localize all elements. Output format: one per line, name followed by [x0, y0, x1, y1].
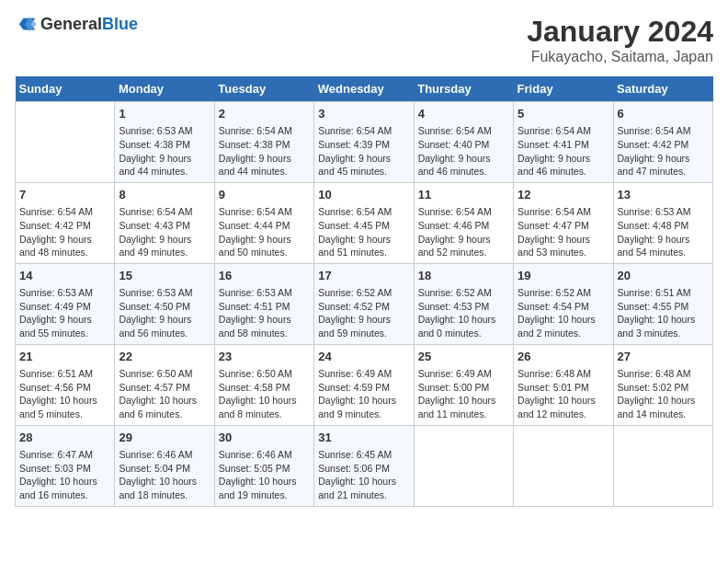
day-number: 28 [19, 430, 110, 446]
day-info: and 44 minutes. [219, 165, 310, 178]
header-cell-thursday: Thursday [414, 76, 513, 102]
header-cell-wednesday: Wednesday [314, 76, 414, 102]
calendar-header-row: SundayMondayTuesdayWednesdayThursdayFrid… [16, 76, 713, 102]
day-info: Sunset: 4:44 PM [219, 219, 310, 233]
day-info: Sunset: 4:50 PM [119, 300, 210, 314]
day-info: and 9 minutes. [318, 408, 409, 421]
day-info: Daylight: 9 hours [318, 152, 409, 166]
week-row-5: 28Sunrise: 6:47 AMSunset: 5:03 PMDayligh… [16, 425, 713, 506]
day-info: and 12 minutes. [518, 408, 609, 421]
day-info: Sunset: 4:53 PM [418, 300, 509, 314]
day-cell: 4Sunrise: 6:54 AMSunset: 4:40 PMDaylight… [414, 102, 513, 183]
day-cell: 11Sunrise: 6:54 AMSunset: 4:46 PMDayligh… [414, 182, 513, 263]
logo-blue: Blue [102, 15, 138, 33]
day-info: and 59 minutes. [318, 327, 409, 340]
day-info: and 0 minutes. [418, 327, 509, 340]
day-info: Sunset: 4:55 PM [618, 300, 709, 314]
day-cell: 20Sunrise: 6:51 AMSunset: 4:55 PMDayligh… [613, 263, 712, 344]
day-cell [414, 425, 513, 506]
day-info: Daylight: 9 hours [119, 313, 210, 327]
day-cell: 12Sunrise: 6:54 AMSunset: 4:47 PMDayligh… [514, 182, 613, 263]
day-info: Daylight: 9 hours [618, 152, 709, 166]
day-cell: 21Sunrise: 6:51 AMSunset: 4:56 PMDayligh… [16, 344, 115, 425]
day-info: Sunrise: 6:52 AM [518, 286, 609, 300]
day-info: Daylight: 10 hours [119, 394, 210, 408]
day-info: and 58 minutes. [219, 327, 310, 340]
day-info: Sunrise: 6:53 AM [219, 286, 310, 300]
day-info: Daylight: 10 hours [318, 475, 409, 488]
day-info: and 8 minutes. [219, 408, 310, 421]
day-cell: 31Sunrise: 6:45 AMSunset: 5:06 PMDayligh… [314, 425, 414, 506]
day-info: and 53 minutes. [518, 246, 609, 259]
day-number: 27 [618, 349, 709, 365]
day-info: Daylight: 10 hours [318, 394, 409, 408]
day-info: Sunset: 4:42 PM [19, 219, 110, 233]
day-info: Sunrise: 6:54 AM [418, 124, 509, 138]
day-cell: 9Sunrise: 6:54 AMSunset: 4:44 PMDaylight… [214, 182, 313, 263]
logo: GeneralBlue [15, 15, 138, 34]
day-info: Sunrise: 6:53 AM [119, 124, 210, 138]
day-info: and 3 minutes. [618, 327, 709, 340]
day-info: Daylight: 9 hours [19, 233, 110, 247]
day-info: Sunset: 4:39 PM [318, 138, 409, 152]
title-block: January 2024 Fukayacho, Saitama, Japan [527, 15, 713, 65]
day-cell [514, 425, 613, 506]
day-info: Sunset: 4:41 PM [518, 138, 609, 152]
day-info: Sunset: 4:57 PM [119, 381, 210, 395]
day-cell: 14Sunrise: 6:53 AMSunset: 4:49 PMDayligh… [16, 263, 115, 344]
day-cell: 5Sunrise: 6:54 AMSunset: 4:41 PMDaylight… [514, 102, 613, 183]
day-number: 5 [518, 106, 609, 122]
day-cell: 7Sunrise: 6:54 AMSunset: 4:42 PMDaylight… [16, 182, 115, 263]
calendar-body: 1Sunrise: 6:53 AMSunset: 4:38 PMDaylight… [16, 102, 713, 507]
day-info: Sunrise: 6:54 AM [219, 124, 310, 138]
day-info: and 18 minutes. [119, 488, 210, 502]
day-info: Sunrise: 6:54 AM [318, 205, 409, 219]
day-info: Sunset: 4:51 PM [219, 300, 310, 314]
day-info: Daylight: 10 hours [518, 313, 609, 327]
day-cell: 26Sunrise: 6:48 AMSunset: 5:01 PMDayligh… [514, 344, 613, 425]
day-cell [613, 425, 712, 506]
day-cell: 18Sunrise: 6:52 AMSunset: 4:53 PMDayligh… [414, 263, 513, 344]
day-info: Daylight: 9 hours [318, 233, 409, 247]
day-info: and 21 minutes. [318, 488, 409, 502]
day-cell: 3Sunrise: 6:54 AMSunset: 4:39 PMDaylight… [314, 102, 414, 183]
day-info: Sunrise: 6:46 AM [119, 448, 210, 462]
day-number: 11 [418, 187, 509, 203]
day-info: Sunset: 5:03 PM [19, 462, 110, 476]
day-number: 10 [318, 187, 409, 203]
day-info: and 48 minutes. [19, 246, 110, 259]
day-info: Sunset: 4:59 PM [318, 381, 409, 395]
day-cell: 17Sunrise: 6:52 AMSunset: 4:52 PMDayligh… [314, 263, 414, 344]
day-info: Daylight: 9 hours [618, 233, 709, 247]
day-info: Sunrise: 6:53 AM [19, 286, 110, 300]
day-info: and 54 minutes. [618, 246, 709, 259]
day-info: Daylight: 10 hours [418, 313, 509, 327]
day-info: Daylight: 9 hours [19, 313, 110, 327]
day-info: Sunrise: 6:54 AM [19, 205, 110, 219]
day-info: and 50 minutes. [219, 246, 310, 259]
day-info: Sunrise: 6:47 AM [19, 448, 110, 462]
day-info: Daylight: 10 hours [418, 394, 509, 408]
day-info: Sunrise: 6:48 AM [618, 367, 709, 381]
day-cell: 19Sunrise: 6:52 AMSunset: 4:54 PMDayligh… [514, 263, 613, 344]
day-info: Daylight: 10 hours [19, 394, 110, 408]
day-info: and 52 minutes. [418, 246, 509, 259]
day-cell: 29Sunrise: 6:46 AMSunset: 5:04 PMDayligh… [115, 425, 214, 506]
day-number: 29 [119, 430, 210, 446]
day-info: and 51 minutes. [318, 246, 409, 259]
day-info: Daylight: 10 hours [618, 394, 709, 408]
day-cell: 22Sunrise: 6:50 AMSunset: 4:57 PMDayligh… [115, 344, 214, 425]
day-info: Daylight: 10 hours [618, 313, 709, 327]
day-number: 24 [318, 349, 409, 365]
day-number: 9 [219, 187, 310, 203]
day-info: Sunrise: 6:54 AM [318, 124, 409, 138]
day-info: Daylight: 10 hours [19, 475, 110, 488]
week-row-3: 14Sunrise: 6:53 AMSunset: 4:49 PMDayligh… [16, 263, 713, 344]
day-info: Sunrise: 6:46 AM [219, 448, 310, 462]
day-info: Sunset: 4:40 PM [418, 138, 509, 152]
day-number: 20 [618, 268, 709, 284]
day-number: 15 [119, 268, 210, 284]
header-cell-saturday: Saturday [613, 76, 712, 102]
day-info: Daylight: 10 hours [119, 475, 210, 488]
day-info: Sunset: 4:45 PM [318, 219, 409, 233]
